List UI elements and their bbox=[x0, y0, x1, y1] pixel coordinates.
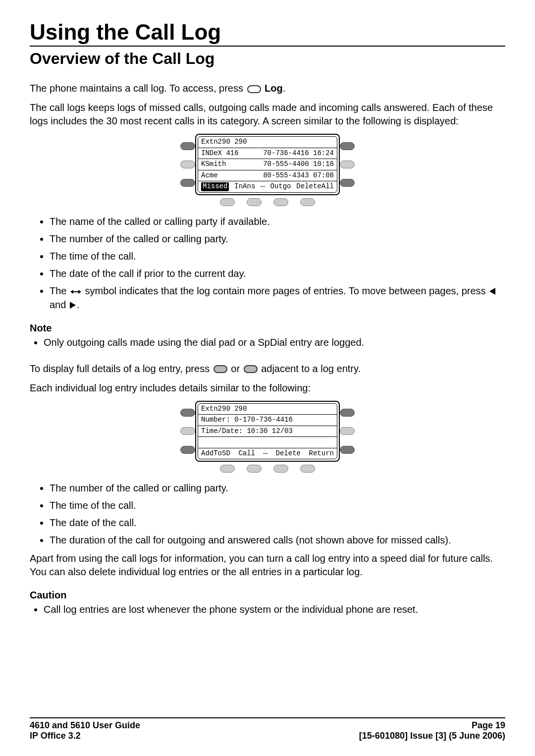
softkey-left-1b-icon bbox=[180, 409, 195, 417]
footer-left-1: 4610 and 5610 User Guide bbox=[30, 720, 140, 731]
detail-intro-mid: or bbox=[231, 363, 242, 374]
screen-header: Extn290 290 bbox=[201, 138, 247, 147]
note-list: Only outgoing calls made using the dial … bbox=[44, 337, 505, 348]
footer-rule bbox=[30, 717, 505, 718]
call-log-list-figure: Extn290 290 INDeX 416 70-736-4416 16:24 … bbox=[163, 134, 372, 206]
screen-header-row: Extn290 290 bbox=[198, 137, 337, 148]
left-softkeys-2 bbox=[178, 401, 195, 462]
action-delete: Delete bbox=[276, 449, 301, 458]
action-addtosd: AddToSD bbox=[201, 449, 230, 458]
bottom-softkey-2-icon bbox=[247, 198, 262, 206]
bottom-softkey-3-icon bbox=[273, 198, 288, 206]
action-deleteall: DeleteAll bbox=[296, 182, 334, 191]
screen2-blank-row bbox=[198, 436, 337, 448]
bottom-softkey-1b-icon bbox=[220, 465, 235, 473]
action-return: Return bbox=[309, 449, 334, 458]
call-log-detail-figure: Extn290 290 Number: 0-170-736-4416 Time/… bbox=[163, 401, 372, 473]
softkey-right-3b-icon bbox=[340, 446, 355, 454]
intro-1-post: . bbox=[283, 83, 286, 94]
list-2-item-1: The number of the called or calling part… bbox=[50, 482, 505, 495]
softkey-left-2b-icon bbox=[180, 427, 195, 435]
double-arrow-icon bbox=[70, 285, 81, 298]
action-inans: InAns bbox=[234, 182, 255, 191]
more-pages-icon: ↔ bbox=[261, 182, 265, 191]
intro-1: The phone maintains a call log. To acces… bbox=[30, 82, 505, 95]
svg-marker-2 bbox=[78, 290, 81, 294]
note-heading: Note bbox=[30, 323, 505, 334]
list-2-item-3: The date of the call. bbox=[50, 516, 505, 530]
list-2: The number of the called or calling part… bbox=[50, 482, 505, 547]
detail-intro-2: Each individual log entry includes detai… bbox=[30, 381, 505, 395]
note-item: Only outgoing calls made using the dial … bbox=[44, 337, 505, 348]
softkey-right-2b-icon bbox=[340, 427, 355, 435]
screen2-header-row: Extn290 290 bbox=[198, 404, 337, 415]
list-1-item-3: The time of the call. bbox=[50, 250, 505, 263]
intro-1-pre: The phone maintains a call log. To acces… bbox=[30, 83, 246, 94]
list-1-item-5-post: . bbox=[77, 299, 80, 310]
bottom-softkey-3b-icon bbox=[273, 465, 288, 473]
screen2-header: Extn290 290 bbox=[201, 405, 247, 414]
svg-marker-1 bbox=[70, 290, 73, 294]
action-missed: Missed bbox=[201, 182, 229, 191]
footer-right-2: [15-601080] Issue [3] (5 June 2006) bbox=[359, 731, 505, 741]
softkey-left-oval-icon bbox=[214, 365, 227, 373]
list-1-item-4: The date of the call if prior to the cur… bbox=[50, 267, 505, 280]
detail-intro-1: To display full details of a log entry, … bbox=[30, 362, 505, 376]
phone-screen-2: Extn290 290 Number: 0-170-736-4416 Time/… bbox=[195, 401, 340, 462]
bottom-softkey-1-icon bbox=[220, 198, 235, 206]
button-oval-icon bbox=[247, 85, 261, 93]
list-2-item-4: The duration of the call for outgoing an… bbox=[50, 534, 505, 547]
log-row-3-name: Acme bbox=[201, 171, 218, 180]
phone-screen: Extn290 290 INDeX 416 70-736-4416 16:24 … bbox=[195, 134, 340, 195]
action-call: Call bbox=[238, 449, 255, 458]
right-softkeys bbox=[340, 134, 357, 195]
list-1-item-5-mid: symbol indicates that the log contain mo… bbox=[85, 285, 489, 296]
softkey-left-3-icon bbox=[180, 179, 195, 187]
log-row-1: INDeX 416 70-736-4416 16:24 bbox=[198, 148, 337, 159]
right-softkeys-2 bbox=[340, 401, 357, 462]
softkey-right-oval-icon bbox=[244, 365, 258, 373]
caution-item: Call log entries are lost whenever the p… bbox=[44, 604, 505, 615]
log-row-2-detail: 70-555-4400 10:18 bbox=[263, 160, 334, 169]
list-1-item-5-pre: The bbox=[50, 285, 69, 296]
softkey-left-2-icon bbox=[180, 161, 195, 168]
more-pages-icon-2: ↔ bbox=[264, 449, 268, 458]
nav-right-icon bbox=[70, 302, 76, 309]
footer-right-1: Page 19 bbox=[472, 720, 505, 731]
list-1: The name of the called or calling party … bbox=[50, 215, 505, 312]
bottom-softkeys bbox=[163, 198, 372, 206]
detail-intro-pre: To display full details of a log entry, … bbox=[30, 363, 213, 374]
title-rule bbox=[30, 46, 505, 47]
caution-heading: Caution bbox=[30, 590, 505, 601]
softkey-left-3b-icon bbox=[180, 446, 195, 454]
screen2-time-row: Time/Date: 10:30 12/03 bbox=[198, 426, 337, 437]
log-row-2-name: KSmith bbox=[201, 160, 226, 169]
log-row-3-detail: 80-555-4343 07:08 bbox=[263, 171, 334, 180]
list-1-item-1: The name of the called or calling party … bbox=[50, 215, 505, 228]
softkey-right-1b-icon bbox=[340, 409, 355, 417]
screen2-number-row: Number: 0-170-736-4416 bbox=[198, 414, 337, 426]
left-softkeys bbox=[178, 134, 195, 195]
log-row-3: Acme 80-555-4343 07:08 bbox=[198, 170, 337, 181]
log-row-2: KSmith 70-555-4400 10:18 bbox=[198, 159, 337, 170]
log-actions-row: Missed InAns ↔ Outgo DeleteAll bbox=[198, 181, 337, 192]
intro-1-log: Log bbox=[265, 83, 283, 94]
softkey-right-3-icon bbox=[340, 179, 355, 187]
closing-para: Apart from using the call logs for infor… bbox=[30, 552, 505, 579]
bottom-softkey-4b-icon bbox=[300, 465, 315, 473]
log-row-1-detail: 70-736-4416 16:24 bbox=[263, 149, 334, 158]
screen2-time: Time/Date: 10:30 12/03 bbox=[201, 427, 293, 436]
softkey-right-2-icon bbox=[340, 161, 355, 168]
page-title: Using the Call Log bbox=[30, 20, 505, 45]
softkey-left-1-icon bbox=[180, 142, 195, 150]
intro-2: The call logs keeps logs of missed calls… bbox=[30, 101, 505, 128]
list-1-item-2: The number of the called or calling part… bbox=[50, 232, 505, 246]
caution-list: Call log entries are lost whenever the p… bbox=[44, 604, 505, 615]
bottom-softkey-4-icon bbox=[300, 198, 315, 206]
screen2-actions-row: AddToSD Call ↔ Delete Return bbox=[198, 448, 337, 459]
screen2-number: Number: 0-170-736-4416 bbox=[201, 416, 293, 425]
page-footer: 4610 and 5610 User Guide Page 19 IP Offi… bbox=[30, 717, 505, 741]
nav-left-icon bbox=[489, 288, 495, 295]
list-1-item-5-and: and bbox=[50, 299, 69, 310]
log-row-1-name: INDeX 416 bbox=[201, 149, 239, 158]
